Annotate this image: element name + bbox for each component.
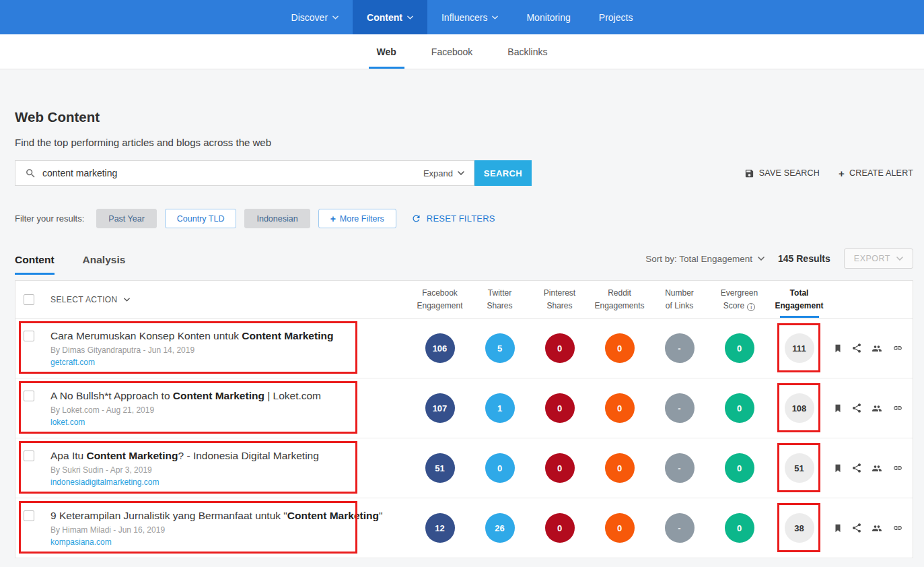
table-row: Apa Itu Content Marketing? - Indonesia D… [15,438,913,498]
select-all-checkbox[interactable] [24,294,34,305]
plus-icon [839,168,845,178]
facebook-engagement-value: 51 [425,453,455,483]
content-subnav: Web Facebook Backlinks [0,34,924,69]
page-subtitle: Find the top performing articles and blo… [15,137,913,148]
create-alert-label: CREATE ALERT [849,168,913,178]
reset-filters-button[interactable]: RESET FILTERS [411,213,495,224]
expand-label: Expand [423,168,453,178]
subtab-web[interactable]: Web [359,34,414,69]
tab-analysis[interactable]: Analysis [83,254,126,275]
article-title[interactable]: Apa Itu Content Marketing? - Indonesia D… [50,448,400,463]
nav-item-projects[interactable]: Projects [585,0,647,34]
table-row: A No Bullsh*t Approach to Content Market… [15,378,913,438]
sort-by-dropdown[interactable]: Sort by: Total Engagement [645,254,765,264]
total-engagement-value: 51 [785,453,814,483]
influencers-icon[interactable] [871,403,883,413]
bookmark-icon[interactable] [833,343,843,354]
filters-label: Filter your results: [15,213,84,224]
column-header-pinterest[interactable]: PinterestShares [530,287,590,312]
column-header-total-engagement[interactable]: TotalEngagement [769,281,829,318]
pinterest-shares-value: 0 [545,453,575,483]
export-button[interactable]: EXPORT [844,248,913,269]
column-header-evergreen[interactable]: EvergreenScore [709,287,769,312]
export-label: EXPORT [854,254,890,263]
influencers-icon[interactable] [871,463,883,473]
bookmark-icon[interactable] [833,463,843,474]
article-domain-link[interactable]: kompasiana.com [50,537,112,547]
link-icon[interactable] [892,463,904,473]
column-header-twitter[interactable]: TwitterShares [470,287,530,312]
reddit-engagements-value: 0 [605,333,635,363]
link-icon[interactable] [892,523,904,533]
save-search-button[interactable]: SAVE SEARCH [744,168,820,178]
article-title[interactable]: 9 Keterampilan Jurnalistik yang Bermanfa… [50,508,400,523]
tab-content[interactable]: Content [15,254,55,275]
number-of-links-value: - [665,333,695,363]
select-action-dropdown[interactable]: SELECT ACTION [45,295,410,304]
nav-item-monitoring[interactable]: Monitoring [512,0,584,34]
share-icon[interactable] [851,343,862,354]
article-domain-link[interactable]: indonesiadigitalmarketing.com [50,477,159,487]
bookmark-icon[interactable] [833,523,843,534]
twitter-shares-value: 5 [485,333,515,363]
nav-item-influencers[interactable]: Influencers [427,0,512,34]
article-title[interactable]: A No Bullsh*t Approach to Content Market… [50,388,400,403]
column-header-links[interactable]: Numberof Links [649,287,709,312]
pinterest-shares-value: 0 [545,393,575,423]
search-icon [25,168,36,179]
share-icon[interactable] [851,403,862,413]
nav-item-content[interactable]: Content [353,0,427,34]
search-box: Expand [15,160,474,186]
subtab-backlinks[interactable]: Backlinks [490,34,565,69]
subtab-label: Facebook [431,46,472,57]
subtab-facebook[interactable]: Facebook [414,34,490,69]
search-button[interactable]: SEARCH [474,160,532,186]
column-header-reddit[interactable]: RedditEngagements [590,287,649,312]
filter-chip-country-tld[interactable]: Country TLD [165,209,237,228]
nav-item-discover[interactable]: Discover [277,0,353,34]
influencers-icon[interactable] [871,343,883,354]
row-checkbox[interactable] [24,510,34,521]
article-domain-link[interactable]: loket.com [50,418,85,427]
pinterest-shares-value: 0 [545,333,575,363]
link-icon[interactable] [892,403,904,413]
reddit-engagements-value: 0 [605,453,635,483]
chevron-down-icon [332,15,339,20]
evergreen-score-value: 0 [725,333,754,363]
influencers-icon[interactable] [871,523,883,533]
chevron-down-icon [407,15,413,20]
filter-chip-indonesian[interactable]: Indonesian [244,209,310,228]
nav-item-label: Content [367,12,402,23]
nav-item-label: Projects [599,12,633,23]
row-checkbox[interactable] [24,331,34,341]
reddit-engagements-value: 0 [605,513,635,543]
save-search-label: SAVE SEARCH [759,168,820,178]
filters-row: Filter your results: Past Year Country T… [15,209,913,228]
filter-chip-past-year[interactable]: Past Year [96,209,157,228]
twitter-shares-value: 1 [485,393,515,423]
create-alert-button[interactable]: CREATE ALERT [839,168,913,178]
article-domain-link[interactable]: getcraft.com [50,358,95,367]
share-icon[interactable] [851,523,862,533]
nav-item-label: Discover [291,12,328,23]
article-title[interactable]: Cara Merumuskan Konsep Konten untuk Cont… [50,328,400,343]
chip-label: Country TLD [177,214,225,224]
page-title: Web Content [15,109,913,125]
chevron-down-icon [758,257,765,261]
more-filters-button[interactable]: More Filters [318,209,396,228]
column-header-facebook[interactable]: FacebookEngagement [410,287,470,312]
row-checkbox[interactable] [24,451,34,461]
chip-label: Past Year [108,214,145,224]
sort-by-label: Sort by: Total Engagement [645,254,752,264]
row-checkbox[interactable] [24,391,34,401]
facebook-engagement-value: 107 [425,393,455,423]
info-icon[interactable] [747,303,755,311]
link-icon[interactable] [892,343,904,353]
search-input[interactable] [42,168,423,178]
plus-icon [330,213,336,224]
expand-toggle[interactable]: Expand [423,168,474,178]
select-action-label: SELECT ACTION [50,295,118,304]
bookmark-icon[interactable] [833,403,843,414]
share-icon[interactable] [851,463,862,473]
facebook-engagement-value: 106 [425,333,455,363]
